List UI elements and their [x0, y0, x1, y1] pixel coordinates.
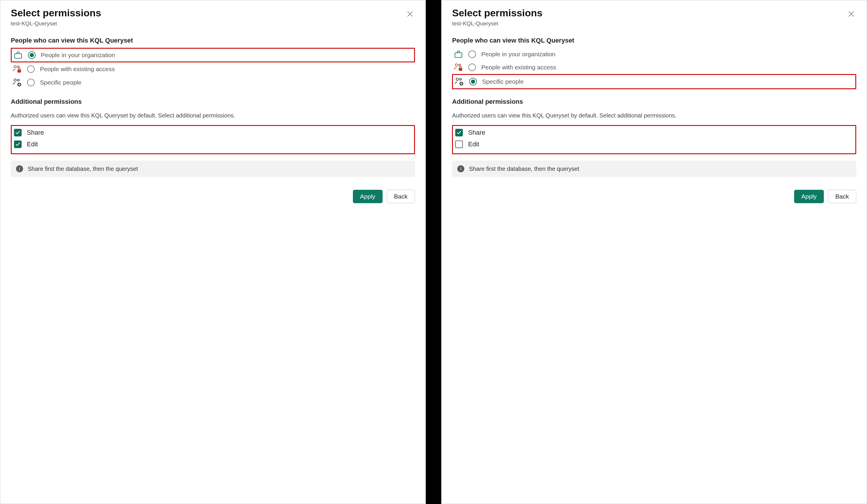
checkbox-label: Edit [27, 141, 38, 148]
option-specific-people[interactable]: Specific people [11, 76, 415, 89]
checkbox-edit[interactable]: Edit [14, 141, 412, 148]
radio-specific[interactable] [469, 78, 477, 85]
permissions-dialog-left: Select permissions test-KQL-Queryset Peo… [0, 0, 426, 504]
panel-divider [426, 0, 441, 504]
apply-button[interactable]: Apply [794, 190, 824, 203]
svg-point-11 [456, 78, 458, 80]
checkbox-share[interactable]: Share [455, 129, 853, 136]
option-label: People with existing access [481, 64, 556, 71]
checkbox-label: Share [468, 129, 485, 136]
dialog-title: Select permissions [11, 7, 101, 19]
additional-permissions-block: Share Edit [11, 125, 415, 154]
people-add-icon [12, 78, 22, 87]
close-icon [407, 11, 413, 17]
svg-rect-0 [14, 54, 22, 58]
svg-point-5 [18, 79, 19, 81]
additional-permissions-block: Share Edit [452, 125, 856, 154]
checkbox-edit-box[interactable] [455, 141, 463, 148]
briefcase-icon [454, 50, 463, 58]
close-icon [848, 11, 855, 17]
option-label: People in your organization [41, 52, 115, 58]
option-people-existing[interactable]: People with existing access [11, 62, 415, 76]
dialog-title: Select permissions [452, 7, 543, 19]
svg-point-1 [14, 66, 16, 68]
option-label: People in your organization [481, 51, 556, 58]
viewers-section-label: People who can view this KQL Queryset [11, 37, 415, 44]
dialog-footer: Apply Back [452, 190, 856, 203]
option-people-org[interactable]: People in your organization [11, 48, 415, 62]
info-banner: i Share first the database, then the que… [11, 161, 415, 177]
checkbox-share-box[interactable] [14, 129, 22, 136]
additional-section-label: Additional permissions [452, 98, 856, 106]
briefcase-icon [13, 51, 23, 59]
additional-desc: Authorized users can view this KQL Query… [452, 111, 856, 120]
dialog-header: Select permissions test-KQL-Queryset [11, 7, 415, 27]
info-icon: i [16, 165, 23, 172]
dialog-footer: Apply Back [11, 190, 415, 203]
svg-point-4 [14, 79, 16, 81]
radio-existing[interactable] [468, 64, 476, 71]
checkbox-edit[interactable]: Edit [455, 141, 853, 148]
dialog-header: Select permissions test-KQL-Queryset [452, 7, 856, 27]
option-label: People with existing access [40, 66, 115, 73]
additional-desc: Authorized users can view this KQL Query… [11, 111, 415, 120]
checkbox-label: Share [27, 129, 44, 136]
people-lock-icon [454, 63, 463, 72]
svg-point-8 [455, 64, 458, 66]
info-banner: i Share first the database, then the que… [452, 161, 856, 177]
svg-rect-7 [455, 53, 462, 57]
svg-point-9 [459, 64, 460, 66]
apply-button[interactable]: Apply [353, 190, 383, 203]
radio-org[interactable] [28, 51, 35, 59]
back-button[interactable]: Back [828, 190, 856, 203]
dialog-subtitle: test-KQL-Queryset [11, 20, 101, 27]
permissions-dialog-right: Select permissions test-KQL-Queryset Peo… [441, 0, 867, 504]
option-people-existing[interactable]: People with existing access [452, 61, 856, 74]
info-text: Share first the database, then the query… [469, 166, 579, 172]
viewers-section-label: People who can view this KQL Queryset [452, 37, 856, 44]
option-people-org[interactable]: People in your organization [452, 48, 856, 61]
option-label: Specific people [40, 79, 81, 86]
option-label: Specific people [482, 78, 523, 85]
info-text: Share first the database, then the query… [28, 166, 138, 172]
checkbox-share[interactable]: Share [14, 129, 412, 136]
info-icon: i [457, 165, 464, 172]
svg-rect-3 [18, 70, 21, 73]
svg-point-2 [18, 66, 19, 68]
svg-rect-10 [459, 68, 462, 71]
svg-point-12 [460, 78, 461, 80]
radio-org[interactable] [468, 51, 476, 58]
checkbox-share-box[interactable] [455, 129, 463, 136]
radio-existing[interactable] [27, 65, 35, 73]
checkbox-edit-box[interactable] [14, 141, 22, 148]
people-add-icon [454, 77, 464, 86]
radio-specific[interactable] [27, 79, 35, 86]
close-button[interactable] [405, 9, 415, 19]
back-button[interactable]: Back [387, 190, 415, 203]
dialog-subtitle: test-KQL-Queryset [452, 20, 543, 27]
close-button[interactable] [846, 9, 856, 19]
people-lock-icon [12, 65, 22, 74]
option-specific-people[interactable]: Specific people [452, 74, 856, 89]
additional-section-label: Additional permissions [11, 98, 415, 106]
checkbox-label: Edit [468, 141, 479, 148]
